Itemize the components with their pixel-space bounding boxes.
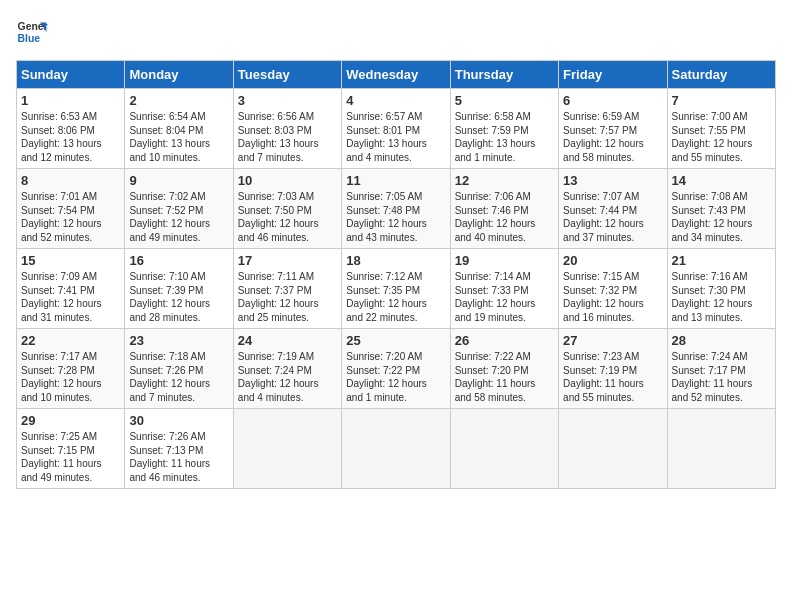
calendar-cell: 23Sunrise: 7:18 AMSunset: 7:26 PMDayligh… [125,329,233,409]
cell-details: Sunrise: 7:19 AMSunset: 7:24 PMDaylight:… [238,350,337,404]
calendar-cell: 12Sunrise: 7:06 AMSunset: 7:46 PMDayligh… [450,169,558,249]
day-number: 24 [238,333,337,348]
cell-details: Sunrise: 6:57 AMSunset: 8:01 PMDaylight:… [346,110,445,164]
day-number: 6 [563,93,662,108]
calendar-cell: 1Sunrise: 6:53 AMSunset: 8:06 PMDaylight… [17,89,125,169]
calendar-cell [342,409,450,489]
week-row-3: 15Sunrise: 7:09 AMSunset: 7:41 PMDayligh… [17,249,776,329]
calendar-cell [559,409,667,489]
day-number: 4 [346,93,445,108]
logo: General Blue [16,16,48,48]
logo-icon: General Blue [16,16,48,48]
calendar-cell: 4Sunrise: 6:57 AMSunset: 8:01 PMDaylight… [342,89,450,169]
calendar-cell: 13Sunrise: 7:07 AMSunset: 7:44 PMDayligh… [559,169,667,249]
day-number: 5 [455,93,554,108]
day-number: 17 [238,253,337,268]
day-number: 15 [21,253,120,268]
day-number: 19 [455,253,554,268]
day-number: 10 [238,173,337,188]
cell-details: Sunrise: 7:07 AMSunset: 7:44 PMDaylight:… [563,190,662,244]
calendar-cell: 24Sunrise: 7:19 AMSunset: 7:24 PMDayligh… [233,329,341,409]
cell-details: Sunrise: 7:02 AMSunset: 7:52 PMDaylight:… [129,190,228,244]
calendar-cell: 15Sunrise: 7:09 AMSunset: 7:41 PMDayligh… [17,249,125,329]
day-number: 20 [563,253,662,268]
cell-details: Sunrise: 7:23 AMSunset: 7:19 PMDaylight:… [563,350,662,404]
col-monday: Monday [125,61,233,89]
day-number: 14 [672,173,771,188]
col-sunday: Sunday [17,61,125,89]
week-row-4: 22Sunrise: 7:17 AMSunset: 7:28 PMDayligh… [17,329,776,409]
day-number: 26 [455,333,554,348]
cell-details: Sunrise: 6:54 AMSunset: 8:04 PMDaylight:… [129,110,228,164]
calendar-cell [450,409,558,489]
day-number: 11 [346,173,445,188]
cell-details: Sunrise: 7:08 AMSunset: 7:43 PMDaylight:… [672,190,771,244]
calendar-cell: 20Sunrise: 7:15 AMSunset: 7:32 PMDayligh… [559,249,667,329]
calendar-cell: 26Sunrise: 7:22 AMSunset: 7:20 PMDayligh… [450,329,558,409]
cell-details: Sunrise: 7:06 AMSunset: 7:46 PMDaylight:… [455,190,554,244]
cell-details: Sunrise: 7:01 AMSunset: 7:54 PMDaylight:… [21,190,120,244]
day-number: 25 [346,333,445,348]
calendar-cell: 9Sunrise: 7:02 AMSunset: 7:52 PMDaylight… [125,169,233,249]
cell-details: Sunrise: 7:20 AMSunset: 7:22 PMDaylight:… [346,350,445,404]
calendar-cell: 17Sunrise: 7:11 AMSunset: 7:37 PMDayligh… [233,249,341,329]
cell-details: Sunrise: 7:12 AMSunset: 7:35 PMDaylight:… [346,270,445,324]
cell-details: Sunrise: 7:15 AMSunset: 7:32 PMDaylight:… [563,270,662,324]
day-number: 12 [455,173,554,188]
day-number: 21 [672,253,771,268]
day-number: 16 [129,253,228,268]
calendar-cell: 18Sunrise: 7:12 AMSunset: 7:35 PMDayligh… [342,249,450,329]
page-header: General Blue [16,16,776,48]
col-tuesday: Tuesday [233,61,341,89]
cell-details: Sunrise: 7:10 AMSunset: 7:39 PMDaylight:… [129,270,228,324]
day-number: 7 [672,93,771,108]
cell-details: Sunrise: 7:09 AMSunset: 7:41 PMDaylight:… [21,270,120,324]
calendar-cell: 2Sunrise: 6:54 AMSunset: 8:04 PMDaylight… [125,89,233,169]
week-row-1: 1Sunrise: 6:53 AMSunset: 8:06 PMDaylight… [17,89,776,169]
day-number: 29 [21,413,120,428]
calendar-cell: 14Sunrise: 7:08 AMSunset: 7:43 PMDayligh… [667,169,775,249]
day-number: 27 [563,333,662,348]
day-number: 2 [129,93,228,108]
calendar-cell: 27Sunrise: 7:23 AMSunset: 7:19 PMDayligh… [559,329,667,409]
day-number: 3 [238,93,337,108]
day-number: 8 [21,173,120,188]
calendar-cell [233,409,341,489]
cell-details: Sunrise: 7:11 AMSunset: 7:37 PMDaylight:… [238,270,337,324]
calendar-cell: 19Sunrise: 7:14 AMSunset: 7:33 PMDayligh… [450,249,558,329]
col-friday: Friday [559,61,667,89]
cell-details: Sunrise: 6:53 AMSunset: 8:06 PMDaylight:… [21,110,120,164]
cell-details: Sunrise: 7:05 AMSunset: 7:48 PMDaylight:… [346,190,445,244]
calendar-cell: 30Sunrise: 7:26 AMSunset: 7:13 PMDayligh… [125,409,233,489]
col-wednesday: Wednesday [342,61,450,89]
day-number: 18 [346,253,445,268]
day-number: 22 [21,333,120,348]
calendar-cell [667,409,775,489]
cell-details: Sunrise: 7:25 AMSunset: 7:15 PMDaylight:… [21,430,120,484]
calendar-cell: 7Sunrise: 7:00 AMSunset: 7:55 PMDaylight… [667,89,775,169]
week-row-5: 29Sunrise: 7:25 AMSunset: 7:15 PMDayligh… [17,409,776,489]
calendar-cell: 11Sunrise: 7:05 AMSunset: 7:48 PMDayligh… [342,169,450,249]
calendar-cell: 21Sunrise: 7:16 AMSunset: 7:30 PMDayligh… [667,249,775,329]
day-number: 9 [129,173,228,188]
cell-details: Sunrise: 7:00 AMSunset: 7:55 PMDaylight:… [672,110,771,164]
cell-details: Sunrise: 7:22 AMSunset: 7:20 PMDaylight:… [455,350,554,404]
cell-details: Sunrise: 7:16 AMSunset: 7:30 PMDaylight:… [672,270,771,324]
calendar-cell: 10Sunrise: 7:03 AMSunset: 7:50 PMDayligh… [233,169,341,249]
cell-details: Sunrise: 7:26 AMSunset: 7:13 PMDaylight:… [129,430,228,484]
calendar-cell: 25Sunrise: 7:20 AMSunset: 7:22 PMDayligh… [342,329,450,409]
cell-details: Sunrise: 7:14 AMSunset: 7:33 PMDaylight:… [455,270,554,324]
calendar-cell: 3Sunrise: 6:56 AMSunset: 8:03 PMDaylight… [233,89,341,169]
calendar-cell: 29Sunrise: 7:25 AMSunset: 7:15 PMDayligh… [17,409,125,489]
cell-details: Sunrise: 7:18 AMSunset: 7:26 PMDaylight:… [129,350,228,404]
calendar-cell: 16Sunrise: 7:10 AMSunset: 7:39 PMDayligh… [125,249,233,329]
day-number: 13 [563,173,662,188]
calendar-cell: 6Sunrise: 6:59 AMSunset: 7:57 PMDaylight… [559,89,667,169]
day-number: 28 [672,333,771,348]
calendar-cell: 28Sunrise: 7:24 AMSunset: 7:17 PMDayligh… [667,329,775,409]
col-saturday: Saturday [667,61,775,89]
calendar-cell: 8Sunrise: 7:01 AMSunset: 7:54 PMDaylight… [17,169,125,249]
calendar-cell: 22Sunrise: 7:17 AMSunset: 7:28 PMDayligh… [17,329,125,409]
cell-details: Sunrise: 7:03 AMSunset: 7:50 PMDaylight:… [238,190,337,244]
cell-details: Sunrise: 6:56 AMSunset: 8:03 PMDaylight:… [238,110,337,164]
